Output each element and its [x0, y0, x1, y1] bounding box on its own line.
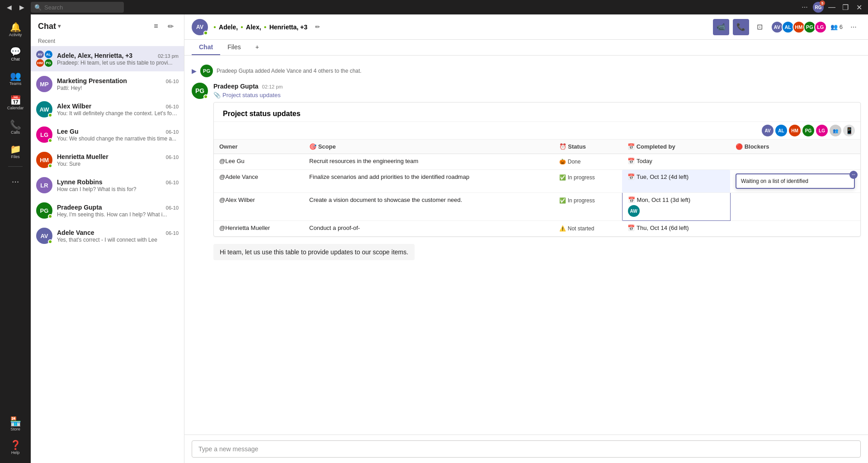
status-badge-done: 🎃 Done: [559, 158, 581, 166]
chat-item-preview-pradeep: Hey, I'm seeing this. How can I help? Wh…: [57, 211, 179, 218]
sidebar-item-store[interactable]: 🏪 Store: [4, 412, 27, 436]
chat-item-henrietta[interactable]: HM Henrietta Mueller 06-10 You: Sure: [31, 147, 184, 173]
tab-files[interactable]: Files: [220, 40, 248, 55]
chat-item-leegu[interactable]: LG Lee Gu 06-10 You: We should change th…: [31, 122, 184, 147]
minimize-button[interactable]: —: [826, 2, 837, 13]
sidebar-item-activity[interactable]: 🔔 Activity: [4, 18, 27, 42]
chat-item-preview-adele: Yes, that's correct - I will connect wit…: [57, 237, 179, 243]
chat-item-lynne[interactable]: LR Lynne Robbins 06-10 How can I help? W…: [31, 173, 184, 198]
chat-item-preview-lynne: How can I help? What is this for?: [57, 186, 179, 192]
chat-item-name-leegu: Lee Gu: [57, 128, 78, 135]
chat-item-content-henrietta: Henrietta Mueller 06-10 You: Sure: [57, 153, 179, 167]
chat-main: AV ● Adele, ● Alex, ● Henrietta, +3 ✏ 📹 …: [184, 14, 868, 463]
titlebar-left: ◀ ▶ 🔍: [4, 2, 124, 13]
card-device-icon: 📱: [843, 125, 855, 136]
sidebar-item-more[interactable]: ···: [4, 169, 27, 193]
files-icon: 📁: [10, 145, 21, 154]
tab-add[interactable]: +: [248, 40, 266, 55]
message-link-project[interactable]: 📎 Project status updates: [213, 92, 861, 98]
row2-status: ✅ In progress: [554, 170, 622, 193]
search-input[interactable]: [44, 4, 120, 11]
sidebar-item-calls[interactable]: 📞 Calls: [4, 116, 27, 139]
row2-blockers: ··· Waiting on a list of identified: [730, 170, 860, 193]
message-avatar-pradeep: PG: [192, 83, 208, 99]
sidebar-item-help[interactable]: ❓ Help: [4, 436, 27, 459]
edit-participants-button[interactable]: ✏: [310, 20, 325, 34]
chat-item-time-henrietta: 06-10: [166, 154, 179, 160]
status-badge-inprogress: ✅ In progress: [559, 173, 595, 182]
search-icon: 🔍: [34, 4, 42, 11]
chat-item-name-alex: Alex Wilber: [57, 103, 91, 110]
col-scope: 🎯 Scope: [304, 140, 554, 154]
filter-button[interactable]: ≡: [150, 20, 162, 33]
chat-label: Chat: [11, 57, 19, 61]
sidebar-item-chat[interactable]: 💬 Chat: [4, 42, 27, 66]
chat-list-header: Chat ▾ ≡ ✏: [31, 14, 184, 36]
chat-avatar-group1: AV AL HM PG: [36, 51, 52, 67]
header-avatar-adele: AV: [192, 19, 208, 35]
video-call-button[interactable]: 📹: [713, 19, 729, 35]
nav-buttons: ◀ ▶: [4, 2, 27, 13]
chat-item-adele[interactable]: AV Adele Vance 06-10 Yes, that's correct…: [31, 223, 184, 248]
message-input-box[interactable]: Type a new message: [192, 440, 861, 458]
row2-owner: @Adele Vance: [214, 170, 304, 193]
calendar-label: Calendar: [7, 106, 24, 110]
status-badge-notstarted: ⚠️ Not started: [559, 224, 594, 233]
compose-button[interactable]: ✏: [164, 20, 177, 33]
calls-icon: 📞: [10, 120, 21, 129]
header-participant-avatars: AV: [192, 19, 208, 35]
maximize-button[interactable]: ❐: [840, 2, 851, 13]
completed-date-row3: 📅 Mon, Oct 11 (3d left): [628, 196, 725, 203]
chat-item-marketing[interactable]: MP Marketing Presentation 06-10 Patti: H…: [31, 71, 184, 97]
chat-item-name-henrietta: Henrietta Mueller: [57, 153, 108, 160]
table-row-henrietta: @Henrietta Mueller Conduct a proof-of- ⚠…: [214, 221, 860, 237]
sidebar-item-teams[interactable]: 👥 Teams: [4, 67, 27, 90]
audio-call-button[interactable]: 📞: [733, 19, 749, 35]
chat-item-preview-marketing: Patti: Hey!: [57, 85, 179, 91]
row1-owner: @Lee Gu: [214, 154, 304, 170]
chat-list-panel: Chat ▾ ≡ ✏ Recent AV AL HM PG Adele,: [31, 14, 184, 463]
more-icon: ···: [12, 177, 19, 186]
online-indicator-pradeep: [48, 214, 52, 219]
participant-lg: LG: [814, 21, 827, 33]
col-blockers: 🔴 Blockers: [730, 140, 860, 154]
sidebar-item-files[interactable]: 📁 Files: [4, 140, 27, 164]
row4-scope: Conduct a proof-of-: [304, 221, 554, 237]
message-input-area: Type a new message: [184, 435, 868, 463]
chat-list-actions: ≡ ✏: [150, 20, 177, 33]
row1-completed: 📅 Today: [622, 154, 730, 170]
screen-share-button[interactable]: ⊡: [753, 20, 767, 34]
table-row-alex: @Alex Wilber Create a vision document to…: [214, 193, 860, 221]
chat-item-time-pradeep: 06-10: [166, 205, 179, 210]
close-button[interactable]: ✕: [854, 2, 864, 13]
teams-label: Teams: [9, 81, 22, 86]
search-bar[interactable]: 🔍: [31, 2, 124, 13]
chat-item-content-group1: Adele, Alex, Henrietta, +3 02:13 pm Prad…: [57, 52, 179, 66]
sidebar-item-calendar[interactable]: 📅 Calendar: [4, 91, 27, 115]
forward-button[interactable]: ▶: [16, 2, 27, 13]
user-avatar[interactable]: RG 5: [813, 2, 824, 13]
system-msg-avatar: PG: [200, 65, 213, 77]
messages-area: ▶ PG Pradeep Gupta added Adele Vance and…: [184, 56, 868, 435]
chat-item-name-pradeep: Pradeep Gupta: [57, 204, 102, 211]
chat-avatar-leegu: LG: [36, 126, 52, 143]
message-author-pradeep: Pradeep Gupta: [213, 83, 259, 90]
card-participant-al: AL: [775, 125, 787, 136]
tab-chat[interactable]: Chat: [192, 40, 220, 55]
row1-blockers: [730, 154, 860, 170]
chat-item-content-alex: Alex Wilber 06-10 You: It will definitel…: [57, 103, 179, 117]
sidebar: 🔔 Activity 💬 Chat 👥 Teams 📅 Calendar 📞 C…: [0, 14, 31, 463]
chat-item-pradeep[interactable]: PG Pradeep Gupta 06-10 Hey, I'm seeing t…: [31, 198, 184, 223]
chat-item-group1[interactable]: AV AL HM PG Adele, Alex, Henrietta, +3 0…: [31, 46, 184, 71]
more-header-button[interactable]: ···: [846, 20, 861, 34]
chat-item-alex[interactable]: AW Alex Wilber 06-10 You: It will defini…: [31, 97, 184, 122]
main-container: 🔔 Activity 💬 Chat 👥 Teams 📅 Calendar 📞 C…: [0, 14, 868, 463]
row1-scope: Recruit resources in the engineering tea…: [304, 154, 554, 170]
row4-status: ⚠️ Not started: [554, 221, 622, 237]
back-button[interactable]: ◀: [4, 2, 14, 13]
participants-count: 👥 6: [830, 23, 843, 30]
row3-owner: @Alex Wilber: [214, 193, 304, 221]
chat-avatar-marketing: MP: [36, 76, 52, 92]
row3-status: ✅ In progress: [554, 193, 622, 221]
more-options-button[interactable]: ···: [799, 2, 810, 13]
